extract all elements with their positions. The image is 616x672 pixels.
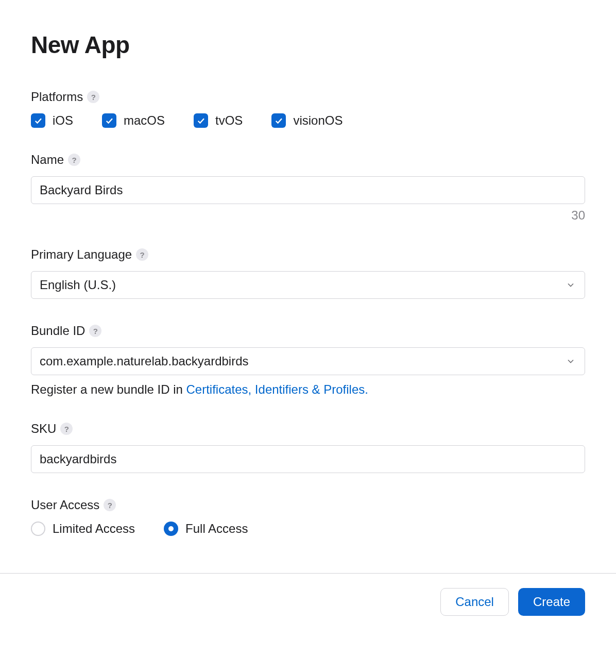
- check-icon: [102, 113, 116, 128]
- platform-checkbox-visionos[interactable]: visionOS: [271, 113, 343, 128]
- sku-field: SKU ?: [31, 422, 585, 473]
- radio-limited-access[interactable]: Limited Access: [31, 522, 135, 536]
- cancel-button[interactable]: Cancel: [440, 588, 509, 616]
- question-icon[interactable]: ?: [87, 91, 99, 103]
- question-icon[interactable]: ?: [68, 154, 80, 166]
- user-access-field: User Access ? Limited Access Full Access: [31, 498, 585, 536]
- user-access-label: User Access: [31, 498, 99, 512]
- name-label-row: Name ?: [31, 153, 585, 167]
- sku-label-row: SKU ?: [31, 422, 585, 436]
- platforms-field: Platforms ? iOS macOS tvOS: [31, 90, 585, 128]
- platform-label: tvOS: [215, 113, 243, 128]
- bundle-id-hint: Register a new bundle ID in Certificates…: [31, 382, 585, 397]
- new-app-dialog: New App Platforms ? iOS macOS: [0, 0, 616, 536]
- name-input[interactable]: [31, 176, 585, 204]
- question-icon[interactable]: ?: [89, 325, 101, 337]
- platform-checkbox-macos[interactable]: macOS: [102, 113, 165, 128]
- check-icon: [194, 113, 208, 128]
- primary-language-field: Primary Language ? English (U.S.): [31, 247, 585, 299]
- platforms-label-row: Platforms ?: [31, 90, 585, 104]
- sku-label: SKU: [31, 422, 56, 436]
- name-counter: 30: [571, 208, 585, 223]
- platforms-options: iOS macOS tvOS visionOS: [31, 113, 585, 128]
- primary-language-select[interactable]: English (U.S.): [31, 271, 585, 299]
- bundle-id-select-wrap: com.example.naturelab.backyardbirds: [31, 347, 585, 375]
- radio-icon: [31, 522, 45, 536]
- name-label: Name: [31, 153, 64, 167]
- bundle-id-label: Bundle ID: [31, 324, 85, 338]
- check-icon: [31, 113, 45, 128]
- page-title: New App: [31, 31, 585, 59]
- platforms-label: Platforms: [31, 90, 83, 104]
- radio-label: Limited Access: [53, 522, 135, 536]
- bundle-id-label-row: Bundle ID ?: [31, 324, 585, 338]
- dialog-footer: Cancel Create: [0, 573, 616, 636]
- radio-label: Full Access: [185, 522, 248, 536]
- check-icon: [271, 113, 286, 128]
- name-field: Name ? 30: [31, 153, 585, 223]
- platform-label: visionOS: [293, 113, 343, 128]
- primary-language-label-row: Primary Language ?: [31, 247, 585, 262]
- platform-checkbox-ios[interactable]: iOS: [31, 113, 73, 128]
- user-access-options: Limited Access Full Access: [31, 522, 585, 536]
- name-counter-row: 30: [31, 208, 585, 223]
- question-icon[interactable]: ?: [136, 248, 148, 261]
- sku-input[interactable]: [31, 445, 585, 473]
- platform-checkbox-tvos[interactable]: tvOS: [194, 113, 243, 128]
- user-access-label-row: User Access ?: [31, 498, 585, 512]
- platform-label: macOS: [124, 113, 165, 128]
- platform-label: iOS: [53, 113, 73, 128]
- question-icon[interactable]: ?: [104, 499, 116, 511]
- bundle-id-hint-prefix: Register a new bundle ID in: [31, 382, 186, 396]
- primary-language-select-wrap: English (U.S.): [31, 271, 585, 299]
- radio-icon: [164, 522, 178, 536]
- bundle-id-select[interactable]: com.example.naturelab.backyardbirds: [31, 347, 585, 375]
- radio-full-access[interactable]: Full Access: [164, 522, 248, 536]
- primary-language-label: Primary Language: [31, 247, 132, 262]
- question-icon[interactable]: ?: [60, 423, 73, 435]
- certificates-link[interactable]: Certificates, Identifiers & Profiles.: [186, 382, 368, 396]
- bundle-id-field: Bundle ID ? com.example.naturelab.backya…: [31, 324, 585, 397]
- create-button[interactable]: Create: [518, 588, 585, 616]
